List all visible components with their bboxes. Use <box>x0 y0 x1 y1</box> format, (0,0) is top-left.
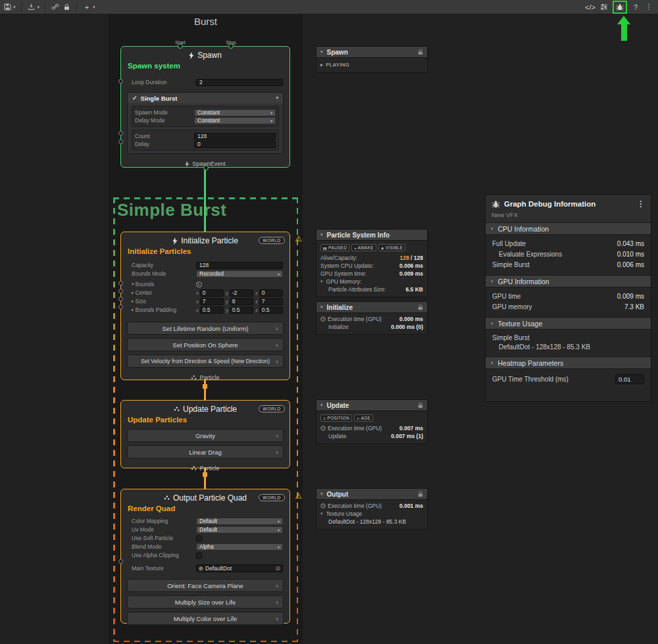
chevron-left-icon[interactable]: ‹ <box>276 448 278 456</box>
count-port[interactable] <box>118 131 123 136</box>
foldout-open-icon[interactable]: ▾ <box>320 279 323 284</box>
lock-icon[interactable] <box>417 49 423 55</box>
delay-mode-dropdown[interactable]: Constant ▾ <box>194 117 276 124</box>
delay-input[interactable]: 0 <box>194 141 276 148</box>
add-button[interactable]: + <box>82 1 91 13</box>
chevron-left-icon[interactable]: ‹ <box>276 582 278 589</box>
system-info-panel-header[interactable]: ▾ Particle System Info <box>316 229 428 241</box>
foldout-open-icon[interactable]: ▾ <box>491 279 494 284</box>
texture-usage-section-header[interactable]: ▾ Texture Usage <box>486 317 651 330</box>
save-button[interactable] <box>3 1 12 13</box>
update-context-node[interactable]: Update Particle WORLD Update Particles G… <box>120 400 290 468</box>
foldout-open-icon[interactable]: ▾ <box>320 49 323 55</box>
padding-z-input[interactable]: 0.5 <box>259 307 283 314</box>
help-button[interactable]: ? <box>631 1 640 13</box>
chevron-left-icon[interactable]: ‹ <box>276 357 278 365</box>
spawn-context-node[interactable]: Start Stop Spawn Spawn system Loop Durat… <box>120 46 290 168</box>
center-port[interactable] <box>118 289 123 293</box>
foldout-open-icon[interactable]: ▾ <box>320 232 323 237</box>
block-set-velocity[interactable]: Set Velocity from Direction & Speed (New… <box>127 355 284 368</box>
center-x-input[interactable]: 0 <box>200 289 224 297</box>
block-multiply-size[interactable]: Multiply Size over Life ‹ <box>127 595 284 608</box>
uv-mode-dropdown[interactable]: Default ▾ <box>196 526 283 533</box>
size-port[interactable] <box>118 297 123 301</box>
bounds-link-icon[interactable]: L <box>196 282 202 287</box>
edge-anchor[interactable] <box>203 384 207 389</box>
single-burst-block[interactable]: ✓ Single Burst ▾ Spawn Mode Constant ▾ D… <box>127 92 284 154</box>
kebab-menu-icon[interactable]: ⋮ <box>637 199 645 209</box>
block-set-position[interactable]: Set Position On Sphere ‹ <box>127 338 284 351</box>
initialize-context-node[interactable]: ⚠ Initialize Particle WORLD Initialize P… <box>120 232 290 380</box>
object-picker-icon[interactable]: ⊙ <box>275 565 280 572</box>
graph-debug-header[interactable]: Graph Debug Information ⋮ New VFX <box>486 195 651 222</box>
size-y-input[interactable]: 8 <box>230 298 253 305</box>
block-multiply-color[interactable]: Multiply Color over Life ‹ <box>127 612 284 625</box>
gpu-information-section-header[interactable]: ▾ GPU Information <box>486 275 651 287</box>
main-texture-port[interactable] <box>118 559 123 564</box>
block-gravity[interactable]: Gravity ‹ <box>127 429 284 442</box>
add-dropdown-icon[interactable]: ▾ <box>93 5 95 10</box>
update-panel-header[interactable]: ▾ Update <box>316 399 428 411</box>
save-dropdown-icon[interactable]: ▾ <box>13 5 16 10</box>
world-space-badge[interactable]: WORLD <box>259 405 285 412</box>
foldout-closed-icon[interactable]: ▸ <box>132 290 134 295</box>
import-button[interactable] <box>27 1 36 13</box>
padding-y-input[interactable]: 0.5 <box>230 307 253 314</box>
initialize-node-header[interactable]: Initialize Particle WORLD <box>121 232 290 247</box>
update-node-header[interactable]: Update Particle WORLD <box>121 401 290 416</box>
chevron-left-icon[interactable]: ‹ <box>276 614 278 622</box>
foldout-open-icon[interactable]: ▾ <box>491 321 494 326</box>
blackboard-button[interactable] <box>599 1 609 13</box>
initialize-panel-header[interactable]: ▾ Initialize <box>316 301 428 313</box>
gpu-memory-row[interactable]: ▾ GPU Memory: <box>320 278 423 285</box>
edge-spawn-to-initialize[interactable] <box>204 168 206 232</box>
world-space-badge[interactable]: WORLD <box>259 237 285 244</box>
capacity-input[interactable]: 128 <box>196 262 283 269</box>
texture-usage-row[interactable]: ▾ Texture Usage <box>320 510 423 518</box>
foldout-open-icon[interactable]: ▾ <box>491 360 494 366</box>
gpu-threshold-input[interactable]: 0.01 <box>615 374 644 384</box>
world-space-badge[interactable]: WORLD <box>259 494 285 501</box>
use-alpha-clipping-checkbox[interactable] <box>196 553 202 558</box>
system-name-label[interactable]: Simple Burst <box>117 200 226 220</box>
foldout-open-icon[interactable]: ▾ <box>491 226 494 232</box>
output-panel-header[interactable]: ▾ Output <box>316 488 428 500</box>
foldout-open-icon[interactable]: ▾ <box>132 282 134 287</box>
chevron-down-icon[interactable]: ▾ <box>276 95 278 101</box>
foldout-open-icon[interactable]: ▾ <box>320 305 323 310</box>
foldout-closed-icon[interactable]: ▸ <box>132 299 134 304</box>
warning-icon[interactable]: ⚠ <box>295 491 302 501</box>
foldout-open-icon[interactable]: ▾ <box>320 511 323 516</box>
output-context-node[interactable]: ⚠ Output Particle Quad WORLD Render Quad… <box>120 489 290 624</box>
single-burst-header[interactable]: ✓ Single Burst ▾ <box>128 93 283 103</box>
count-input[interactable]: 128 <box>194 133 276 140</box>
main-texture-object-field[interactable]: DefaultDot ⊙ <box>196 564 283 572</box>
lock-icon[interactable] <box>417 304 423 310</box>
color-mapping-dropdown[interactable]: Default ▾ <box>196 518 283 525</box>
more-button[interactable]: ⋮ <box>644 1 653 13</box>
lock-icon[interactable] <box>417 491 423 497</box>
foldout-open-icon[interactable]: ▾ <box>320 403 323 408</box>
size-z-input[interactable]: 7 <box>259 298 283 305</box>
chevron-left-icon[interactable]: ‹ <box>276 432 278 439</box>
blend-mode-dropdown[interactable]: Alpha ▾ <box>196 543 283 551</box>
loop-duration-port[interactable] <box>118 79 123 84</box>
foldout-open-icon[interactable]: ▾ <box>320 491 323 497</box>
chevron-left-icon[interactable]: ‹ <box>276 324 278 332</box>
bounds-port[interactable] <box>118 281 123 285</box>
bounds-padding-port[interactable] <box>118 305 123 309</box>
lock-button[interactable] <box>62 1 71 13</box>
spawn-output-port[interactable] <box>203 165 209 170</box>
delay-port[interactable] <box>118 139 123 144</box>
heatmap-parameters-section-header[interactable]: ▾ Heatmap Parameters <box>486 357 651 369</box>
foldout-closed-icon[interactable]: ▸ <box>132 307 134 312</box>
import-dropdown-icon[interactable]: ▾ <box>38 5 40 10</box>
block-linear-drag[interactable]: Linear Drag ‹ <box>127 445 284 458</box>
size-x-input[interactable]: 7 <box>200 298 224 305</box>
chevron-left-icon[interactable]: ‹ <box>276 598 278 606</box>
code-view-button[interactable]: </> <box>585 1 595 13</box>
bounds-mode-dropdown[interactable]: Recorded ▾ <box>196 270 283 278</box>
lock-icon[interactable] <box>417 402 423 409</box>
spawn-panel-header[interactable]: ▾ Spawn <box>316 46 428 58</box>
check-icon[interactable]: ✓ <box>132 95 138 101</box>
